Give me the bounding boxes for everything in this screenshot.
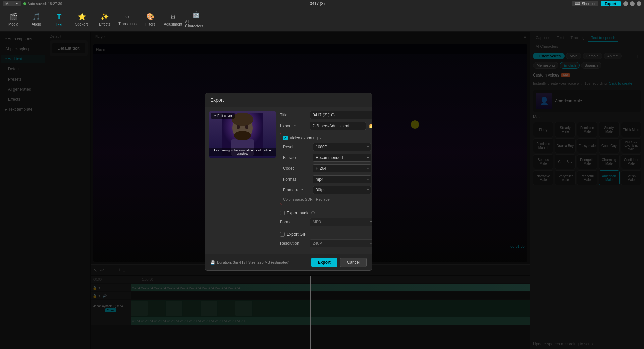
- top-bar-left: Menu ▾ Auto saved: 18:27:39: [3, 1, 62, 6]
- codec-select[interactable]: H.264 H.265: [313, 164, 371, 172]
- audio-icon: 🎵: [32, 13, 41, 21]
- video-section: ✓ Video exporting › Resol... 1080P 720P: [280, 133, 372, 205]
- modal-actions: Export Cancel: [311, 258, 367, 267]
- framerate-select[interactable]: 30fps 24fps 60fps: [313, 186, 371, 194]
- format-select-wrapper: mp4 mov avi: [313, 175, 371, 183]
- colorspace-text: Color space: SDR - Rec.709: [283, 197, 371, 202]
- codec-select-wrapper: H.264 H.265: [313, 164, 371, 172]
- export-action-button[interactable]: Export: [311, 258, 337, 267]
- video-exporting-toggle[interactable]: ✓ Video exporting ›: [283, 136, 371, 140]
- export-modal-overlay: Export: [0, 32, 644, 349]
- title-input[interactable]: [310, 111, 372, 119]
- gif-resolution-select[interactable]: 240P: [310, 239, 372, 247]
- format-label: Format: [283, 177, 310, 182]
- project-title: 0417 (3): [310, 1, 325, 6]
- menu-label: Menu: [5, 2, 15, 6]
- tool-ai-characters-label: AI Characters: [185, 20, 207, 28]
- media-icon: 🎬: [9, 13, 18, 21]
- cover-caption: key framing is the foundation for all mo…: [209, 148, 276, 156]
- svg-point-5: [245, 125, 248, 129]
- bitrate-select-wrapper: Recommended High Low: [313, 154, 371, 162]
- tool-text[interactable]: T Text: [48, 9, 70, 30]
- modal-footer: 💾 Duration: 3m 41s | Size: 220 MB (estim…: [205, 254, 372, 270]
- modal-settings: Title Export to 📁 ✓ Video ex: [280, 111, 372, 250]
- filters-icon: 🎨: [146, 13, 155, 21]
- folder-browse-btn[interactable]: 📁: [369, 123, 372, 129]
- edit-cover-btn[interactable]: ✏ Edit cover: [211, 113, 235, 119]
- adjustment-icon: ⚙: [170, 13, 176, 21]
- resolution-label: Resol...: [283, 145, 310, 149]
- modal-cover: ✏ Edit cover key framing is the foundati…: [209, 111, 276, 250]
- shortcut-button[interactable]: ⌨ Shortcut: [572, 1, 598, 6]
- tool-audio[interactable]: 🎵 Audio: [25, 9, 47, 30]
- format-select[interactable]: mp4 mov avi: [313, 175, 371, 183]
- edit-icon: ✏: [214, 114, 216, 118]
- tool-effects-label: Effects: [99, 22, 110, 26]
- tool-filters-label: Filters: [145, 22, 155, 26]
- export-top-button[interactable]: Export: [601, 1, 621, 6]
- tool-transitions[interactable]: ↔ Transitions: [117, 9, 138, 30]
- menu-chevron: ▾: [16, 1, 18, 6]
- autosave-dot: [23, 2, 26, 5]
- tool-media[interactable]: 🎬 Media: [3, 9, 24, 30]
- main-toolbar: 🎬 Media 🎵 Audio T Text ⭐ Stickers ✨ Effe…: [0, 7, 644, 32]
- gif-checkbox[interactable]: [280, 232, 285, 237]
- tool-stickers[interactable]: ⭐ Stickers: [71, 9, 93, 30]
- export-to-row: Export to 📁: [280, 122, 372, 130]
- video-checkbox[interactable]: ✓: [283, 136, 288, 140]
- bitrate-select[interactable]: Recommended High Low: [313, 154, 371, 162]
- tool-ai-characters[interactable]: 🤖 AI Characters: [185, 9, 207, 30]
- codec-row: Codec H.264 H.265: [283, 164, 371, 172]
- bitrate-label: Bit rate: [283, 155, 310, 160]
- framerate-label: Frame rate: [283, 188, 310, 192]
- audio-format-select-wrapper: MP3: [310, 218, 372, 226]
- export-to-label: Export to: [280, 123, 307, 128]
- minimize-button[interactable]: [623, 1, 628, 6]
- export-modal: Export: [205, 93, 372, 271]
- export-to-input[interactable]: [310, 122, 366, 130]
- audio-format-select[interactable]: MP3: [310, 218, 372, 226]
- stickers-icon: ⭐: [78, 13, 86, 21]
- menu-button[interactable]: Menu ▾: [3, 1, 21, 6]
- audio-toggle[interactable]: Export audio ⓘ: [280, 211, 372, 215]
- title-row: Title: [280, 111, 372, 119]
- tool-stickers-label: Stickers: [75, 22, 88, 26]
- gif-resolution-select-wrapper: 240P: [310, 239, 372, 247]
- audio-format-row: Format MP3: [280, 218, 372, 226]
- modal-title: Export: [210, 97, 224, 103]
- title-label: Title: [280, 113, 307, 117]
- resolution-select-wrapper: 1080P 720P 4K: [313, 143, 371, 151]
- gif-section-title: Export GIF: [287, 232, 306, 237]
- tool-filters[interactable]: 🎨 Filters: [140, 9, 161, 30]
- audio-checkbox[interactable]: [280, 211, 285, 215]
- resolution-select[interactable]: 1080P 720P 4K: [313, 143, 371, 151]
- tool-effects[interactable]: ✨ Effects: [94, 9, 115, 30]
- audio-info-icon: ⓘ: [311, 211, 315, 215]
- modal-header: Export: [205, 93, 372, 107]
- autosave-indicator: Auto saved: 18:27:39: [23, 2, 62, 6]
- close-button[interactable]: [637, 1, 641, 6]
- transitions-icon: ↔: [124, 13, 131, 20]
- effects-icon: ✨: [101, 13, 109, 21]
- framerate-row: Frame rate 30fps 24fps 60fps: [283, 186, 371, 194]
- duration-info: 💾 Duration: 3m 41s | Size: 220 MB (estim…: [210, 260, 289, 265]
- cancel-action-button[interactable]: Cancel: [340, 258, 367, 267]
- tool-audio-label: Audio: [32, 22, 41, 26]
- bitrate-row: Bit rate Recommended High Low: [283, 154, 371, 162]
- cover-image: ✏ Edit cover key framing is the foundati…: [209, 111, 276, 158]
- maximize-button[interactable]: [630, 1, 635, 6]
- modal-body: ✏ Edit cover key framing is the foundati…: [205, 107, 372, 254]
- ai-characters-icon: 🤖: [192, 11, 200, 18]
- tool-text-label: Text: [56, 22, 62, 27]
- resolution-row: Resol... 1080P 720P 4K: [283, 143, 371, 151]
- tool-adjustment[interactable]: ⚙ Adjustment: [162, 9, 184, 30]
- codec-label: Codec: [283, 166, 310, 171]
- gif-divider: [280, 229, 372, 229]
- gif-resolution-row: Resolution 240P: [280, 239, 372, 247]
- tool-media-label: Media: [8, 22, 18, 26]
- gif-toggle[interactable]: Export GIF: [280, 232, 372, 237]
- audio-format-label: Format: [280, 220, 307, 225]
- storage-icon: 💾: [210, 260, 215, 265]
- duration-text: Duration: 3m 41s | Size: 220 MB (estimat…: [217, 260, 289, 264]
- top-bar-right: ⌨ Shortcut Export: [572, 1, 641, 6]
